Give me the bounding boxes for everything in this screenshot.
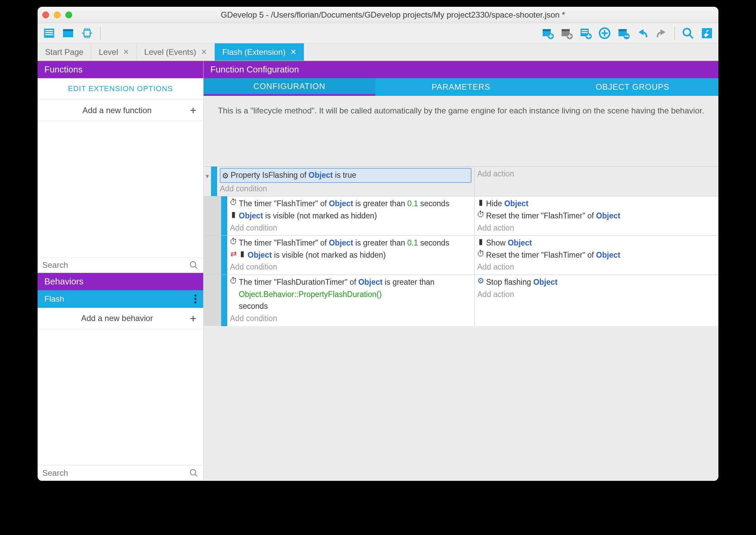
kebab-menu-icon[interactable] — [194, 295, 196, 303]
tab-bar: Start Page Level✕ Level (Events)✕ Flash … — [38, 43, 718, 61]
svg-rect-35 — [618, 29, 627, 31]
svg-line-39 — [690, 35, 693, 38]
function-config-header: Function Configuration — [204, 61, 718, 78]
add-behavior-button[interactable]: Add a new behavior + — [38, 308, 203, 329]
undo-icon[interactable] — [634, 26, 651, 41]
add-action-button[interactable]: Add action — [477, 222, 716, 234]
gear-icon: ⚙ — [477, 278, 484, 284]
tab-start-page[interactable]: Start Page — [38, 43, 91, 61]
add-condition-button[interactable]: Add condition — [230, 261, 471, 273]
add-condition-button[interactable]: Add condition — [230, 222, 471, 234]
condition[interactable]: ⏱ The timer "FlashDurationTimer" of Obje… — [230, 276, 471, 313]
svg-line-44 — [195, 474, 197, 477]
hide-icon: ▮ — [477, 199, 484, 206]
svg-rect-6 — [84, 30, 90, 36]
behavior-item-flash[interactable]: Flash — [38, 290, 203, 308]
svg-rect-40 — [702, 28, 712, 38]
plus-icon: + — [190, 312, 196, 325]
timer-icon: ⏱ — [230, 238, 237, 245]
svg-rect-27 — [582, 32, 588, 33]
event-row[interactable]: ▾ ⚙ Property IsFlashing of Object is tru… — [204, 166, 718, 196]
list-icon[interactable] — [41, 26, 57, 41]
condition[interactable]: ⏱ The timer "FlashTimer" of Object is gr… — [230, 198, 471, 210]
close-window-icon[interactable] — [42, 12, 49, 18]
zoom-window-icon[interactable] — [65, 12, 72, 18]
add-action-button[interactable]: Add action — [477, 288, 716, 301]
tab-object-groups[interactable]: OBJECT GROUPS — [547, 78, 718, 96]
add-action-button[interactable]: Add action — [477, 261, 716, 273]
tab-level-events[interactable]: Level (Events)✕ — [137, 43, 215, 61]
gear-icon: ⚙ — [222, 173, 229, 179]
collapse-toggle-icon[interactable]: ▾ — [204, 171, 211, 181]
event-handle[interactable] — [221, 236, 227, 275]
edit-extension-options-button[interactable]: EDIT EXTENSION OPTIONS — [38, 78, 203, 100]
divider — [100, 26, 101, 40]
condition[interactable]: ▮ Object is visible (not marked as hidde… — [230, 210, 471, 222]
add-panel-icon[interactable] — [540, 26, 556, 41]
event-handle[interactable] — [221, 275, 227, 326]
divider — [674, 26, 675, 40]
svg-rect-26 — [582, 30, 588, 31]
add-window-icon[interactable] — [559, 26, 575, 41]
search-icon — [189, 260, 198, 270]
event-handle[interactable] — [221, 196, 227, 235]
wrench-icon[interactable] — [699, 26, 715, 41]
search-input[interactable] — [42, 260, 189, 270]
action[interactable]: ▮ Show Object — [477, 237, 716, 249]
event-row[interactable]: ⏱ The timer "FlashTimer" of Object is gr… — [204, 235, 718, 275]
add-circle-icon[interactable] — [596, 26, 613, 41]
lifecycle-description: This is a "lifecycle method". It will be… — [204, 96, 718, 126]
config-tabs: CONFIGURATION PARAMETERS OBJECT GROUPS — [204, 78, 718, 96]
search-icon — [189, 468, 198, 478]
add-function-button[interactable]: Add a new function + — [38, 100, 203, 121]
action[interactable]: ⚙ Stop flashing Object — [477, 276, 716, 288]
add-condition-button[interactable]: Add condition — [230, 313, 471, 325]
event-row[interactable]: ⏱ The timer "FlashDurationTimer" of Obje… — [204, 275, 718, 326]
show-icon: ▮ — [477, 238, 484, 245]
timer-icon: ⏱ — [230, 199, 237, 206]
window-title: GDevelop 5 - /Users/florian/Documents/GD… — [72, 10, 714, 20]
search-icon[interactable] — [680, 26, 696, 41]
timer-icon: ⏱ — [477, 211, 484, 218]
minimize-window-icon[interactable] — [54, 12, 61, 18]
visible-icon: ▮ — [239, 251, 246, 257]
svg-point-43 — [190, 470, 196, 475]
action[interactable]: ⏱ Reset the timer "FlashTimer" of Object — [477, 249, 716, 261]
condition[interactable]: ⏱ The timer "FlashTimer" of Object is gr… — [230, 237, 471, 249]
event-row[interactable]: ⏱ The timer "FlashTimer" of Object is gr… — [204, 196, 718, 235]
action[interactable]: ▮ Hide Object — [477, 198, 716, 210]
action[interactable]: ⏱ Reset the timer "FlashTimer" of Object — [477, 210, 716, 222]
close-icon[interactable]: ✕ — [201, 48, 207, 57]
tab-flash-extension[interactable]: Flash (Extension)✕ — [215, 43, 304, 61]
tab-parameters[interactable]: PARAMETERS — [375, 78, 547, 96]
close-icon[interactable]: ✕ — [290, 48, 296, 57]
condition-selected[interactable]: ⚙ Property IsFlashing of Object is true — [220, 168, 471, 183]
events-area: ▾ ⚙ Property IsFlashing of Object is tru… — [204, 126, 718, 481]
event-handle[interactable] — [211, 167, 217, 196]
chip-icon[interactable] — [79, 26, 95, 41]
plus-icon: + — [190, 104, 196, 117]
main-panel: Function Configuration CONFIGURATION PAR… — [204, 61, 718, 481]
svg-rect-16 — [543, 29, 551, 31]
remove-panel-icon[interactable] — [615, 26, 632, 41]
svg-line-42 — [195, 266, 197, 269]
tab-configuration[interactable]: CONFIGURATION — [204, 78, 375, 96]
functions-search[interactable] — [38, 257, 203, 273]
timer-icon: ⏱ — [477, 251, 484, 257]
add-list-icon[interactable] — [578, 26, 594, 41]
invert-icon: ⇄ — [230, 251, 237, 257]
window-controls — [42, 12, 72, 18]
redo-icon[interactable] — [653, 26, 670, 41]
sidebar: Functions EDIT EXTENSION OPTIONS Add a n… — [38, 61, 204, 481]
behaviors-search[interactable] — [38, 465, 203, 481]
titlebar: GDevelop 5 - /Users/florian/Documents/GD… — [38, 7, 718, 23]
close-icon[interactable]: ✕ — [123, 48, 129, 57]
tab-level[interactable]: Level✕ — [91, 43, 136, 61]
panel-icon[interactable] — [60, 26, 76, 41]
condition[interactable]: ⇄ ▮ Object is visible (not marked as hid… — [230, 249, 471, 261]
add-condition-button[interactable]: Add condition — [220, 183, 471, 195]
svg-rect-3 — [45, 34, 53, 35]
add-action-button[interactable]: Add action — [477, 168, 716, 180]
functions-header: Functions — [38, 61, 203, 78]
search-input[interactable] — [42, 468, 189, 478]
